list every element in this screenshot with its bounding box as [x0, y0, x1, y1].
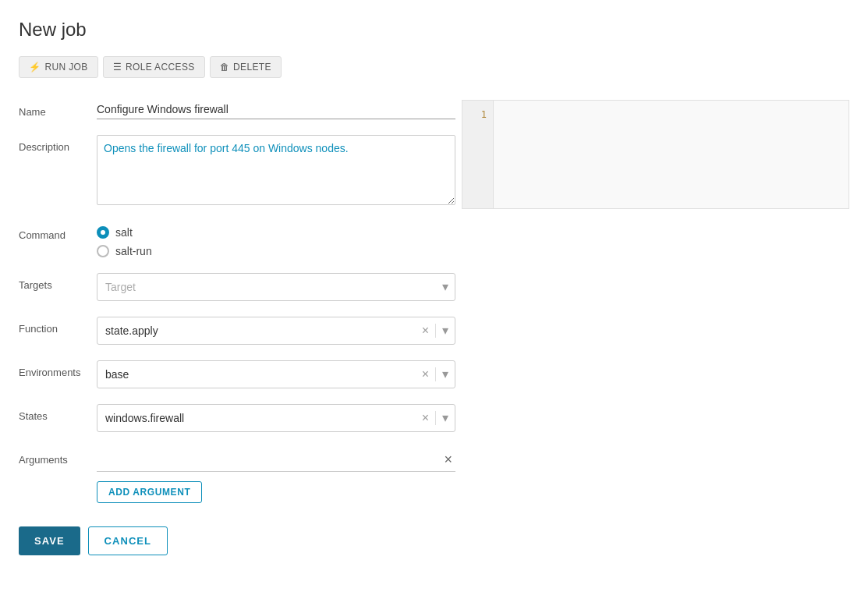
targets-row: Targets Target ▾: [19, 273, 455, 301]
code-content[interactable]: [494, 101, 849, 208]
targets-field: Target ▾: [97, 273, 455, 301]
function-select[interactable]: state.apply × ▾: [97, 317, 455, 345]
targets-dropdown-icon[interactable]: ▾: [439, 279, 452, 295]
cancel-button[interactable]: CANCEL: [88, 526, 168, 555]
name-field: [97, 100, 455, 119]
name-input[interactable]: [97, 100, 455, 119]
targets-select[interactable]: Target ▾: [97, 273, 455, 301]
description-input[interactable]: Opens the firewall for port 445 on Windo…: [97, 135, 455, 205]
states-field: windows.firewall × ▾: [97, 404, 455, 432]
save-button[interactable]: SAVE: [19, 526, 80, 555]
command-row: Command salt salt-run: [19, 223, 455, 257]
delete-button[interactable]: 🗑 DELETE: [210, 56, 282, 78]
role-access-button[interactable]: ☰ ROLE ACCESS: [103, 56, 205, 78]
command-field: salt salt-run: [97, 223, 455, 257]
function-row: Function state.apply × ▾: [19, 317, 455, 345]
states-value: windows.firewall: [105, 406, 419, 431]
arguments-field: × ADD ARGUMENT: [97, 448, 455, 503]
states-actions: × ▾: [419, 410, 452, 426]
arguments-input-wrapper: ×: [97, 448, 455, 472]
role-access-icon: ☰: [113, 62, 122, 73]
environments-label: Environments: [19, 360, 97, 378]
function-actions: × ▾: [419, 323, 452, 338]
function-value: state.apply: [105, 318, 419, 343]
radio-salt-run[interactable]: salt-run: [97, 245, 455, 257]
page-container: New job ⚡ RUN JOB ☰ ROLE ACCESS 🗑 DELETE…: [0, 0, 868, 599]
toolbar: ⚡ RUN JOB ☰ ROLE ACCESS 🗑 DELETE: [19, 56, 849, 78]
name-row: Name: [19, 100, 455, 119]
environments-row: Environments base × ▾: [19, 360, 455, 388]
states-dropdown-icon[interactable]: ▾: [439, 410, 452, 426]
line-number-1: 1: [462, 107, 493, 122]
radio-salt-run-indicator: [97, 245, 109, 257]
targets-placeholder: Target: [105, 275, 439, 300]
arguments-input[interactable]: [97, 453, 441, 466]
states-label: States: [19, 404, 97, 422]
arguments-row: Arguments × ADD ARGUMENT: [19, 448, 455, 503]
description-field: Opens the firewall for port 445 on Windo…: [97, 135, 455, 207]
description-label: Description: [19, 135, 97, 153]
add-argument-button[interactable]: ADD ARGUMENT: [97, 481, 202, 503]
code-editor[interactable]: 1: [462, 100, 849, 209]
line-numbers: 1: [462, 101, 494, 208]
arguments-clear-icon[interactable]: ×: [441, 451, 455, 468]
states-row: States windows.firewall × ▾: [19, 404, 455, 432]
radio-salt-label: salt: [115, 226, 133, 239]
radio-salt-run-label: salt-run: [115, 245, 152, 257]
environments-select[interactable]: base × ▾: [97, 360, 455, 388]
form-left: Name Description Opens the firewall for …: [19, 100, 455, 555]
environments-clear-icon[interactable]: ×: [419, 367, 432, 382]
command-label: Command: [19, 223, 97, 241]
name-label: Name: [19, 100, 97, 118]
states-divider: [435, 411, 436, 425]
footer-actions: SAVE CANCEL: [19, 526, 455, 555]
radio-salt-indicator: [97, 226, 109, 239]
page-title: New job: [19, 19, 849, 41]
states-clear-icon[interactable]: ×: [419, 410, 432, 426]
arguments-label: Arguments: [19, 448, 97, 466]
function-clear-icon[interactable]: ×: [419, 323, 432, 338]
function-dropdown-icon[interactable]: ▾: [439, 323, 452, 338]
function-label: Function: [19, 317, 97, 335]
delete-icon: 🗑: [220, 62, 229, 73]
form-right: 1: [462, 100, 849, 555]
environments-actions: × ▾: [419, 367, 452, 382]
states-select[interactable]: windows.firewall × ▾: [97, 404, 455, 432]
environments-dropdown-icon[interactable]: ▾: [439, 367, 452, 382]
environments-value: base: [105, 362, 419, 387]
environments-field: base × ▾: [97, 360, 455, 388]
run-job-button[interactable]: ⚡ RUN JOB: [19, 56, 98, 78]
targets-actions: ▾: [439, 279, 452, 295]
radio-salt[interactable]: salt: [97, 226, 455, 239]
function-divider: [435, 324, 436, 338]
form-area: Name Description Opens the firewall for …: [19, 100, 849, 555]
description-row: Description Opens the firewall for port …: [19, 135, 455, 207]
environments-divider: [435, 367, 436, 381]
run-job-icon: ⚡: [29, 62, 41, 73]
targets-label: Targets: [19, 273, 97, 291]
function-field: state.apply × ▾: [97, 317, 455, 345]
